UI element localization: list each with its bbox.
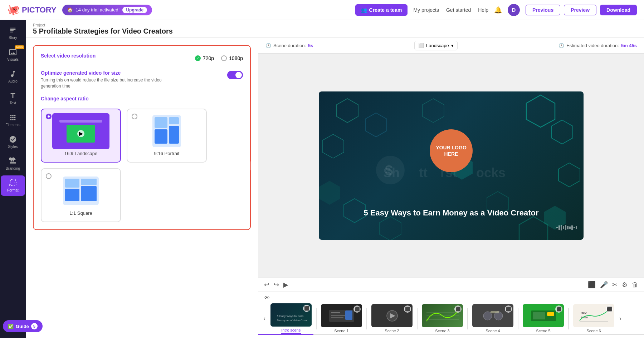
sidebar-item-audio-label: Audio (8, 79, 18, 83)
scene4-label: Scene 4 (486, 329, 500, 333)
sidebar-item-visuals-label: Visuals (7, 58, 19, 61)
svg-marker-0 (337, 99, 358, 123)
caption-icon[interactable]: ⬛ (588, 281, 596, 289)
svg-rect-35 (331, 317, 343, 318)
orientation-select[interactable]: ⬜ Landscape ▾ (414, 41, 458, 50)
optimize-toggle[interactable] (227, 71, 243, 79)
720p-label: 720p (203, 55, 214, 61)
svg-text:$: $ (385, 163, 393, 178)
sq-col-1 (65, 179, 79, 203)
portrait-col-2 (169, 117, 179, 145)
content-area: Project 5 Profitable Strategies for Vide… (26, 20, 644, 338)
aspect-card-square[interactable]: 1:1 Square (41, 168, 121, 222)
scene-thumb-4[interactable]: ⬛ Scene 4 (472, 304, 513, 333)
scene-thumb-2[interactable]: ⬛ Scene 2 (371, 304, 413, 333)
timeline-nav-left[interactable]: ‹ (261, 315, 268, 322)
svg-rect-48 (547, 312, 554, 316)
video-canvas: ‹ (258, 54, 644, 278)
scene-thumb-intro[interactable]: 5 Easy Ways to Earn Money as a Video Cre… (270, 303, 312, 334)
help-link[interactable]: Help (478, 7, 488, 13)
project-title: 5 Profitable Strategies for Video Creato… (33, 27, 637, 35)
scene-thumb-6[interactable]: Rev enue ⬛ Scene 6 (573, 304, 614, 333)
logo-text: PICTORY (22, 5, 57, 15)
mic-icon[interactable]: 🎤 (600, 281, 608, 289)
redo-icon[interactable]: ↪ (274, 281, 279, 289)
create-team-label: Create a team (369, 7, 402, 13)
project-breadcrumb: Project (33, 23, 637, 27)
separator-5 (568, 308, 569, 329)
scene-thumb-1[interactable]: ⬛ Scene 1 (321, 304, 362, 333)
right-panel: 🕐 Scene duration: 5s ⬜ Landscape ▾ 🕐 Est… (258, 38, 644, 338)
sidebar: Story Visuals NEW Audio Text Elements St… (0, 20, 26, 338)
trial-badge: 🏠 14 day trial activated! Upgrade (62, 5, 152, 15)
scene3-label: Scene 3 (435, 329, 449, 333)
undo-redo-controls: ↩ ↪ ▶ (264, 281, 288, 289)
scene-thumb-3[interactable]: ⬛ Scene 3 (422, 304, 463, 333)
eye-icon[interactable]: 👁 (264, 295, 270, 301)
prev-scene-arrow[interactable]: ‹ (241, 160, 253, 172)
notification-bell-icon[interactable]: 🔔 (494, 6, 502, 14)
scene-thumb-3-inner: ⬛ (422, 304, 463, 327)
clock-icon: 🕐 (265, 43, 271, 48)
my-projects-link[interactable]: My projects (413, 7, 439, 13)
logo-icon: 🐙 (7, 4, 20, 16)
square-preview-img (63, 177, 99, 205)
separator-1 (366, 308, 367, 329)
trash-icon[interactable]: 🗑 (632, 281, 638, 289)
scene-thumb-5[interactable]: ⬛ Scene 5 (523, 304, 564, 333)
svg-rect-45 (491, 311, 499, 313)
sidebar-item-format[interactable]: Format (1, 175, 25, 196)
svg-rect-26 (569, 227, 571, 229)
sidebar-item-elements[interactable]: Elements (1, 110, 25, 130)
scene-thumb-1-inner: ⬛ (321, 304, 362, 327)
sidebar-item-branding[interactable]: Branding (1, 154, 25, 174)
sidebar-item-styles[interactable]: Styles (1, 132, 25, 152)
square-preview (47, 175, 114, 207)
toggle-thumb (235, 72, 242, 78)
guide-button[interactable]: ✅ Guide 5 (3, 320, 43, 332)
get-started-link[interactable]: Get started (446, 7, 471, 13)
intro-overlay-icon[interactable]: ⬛ (303, 305, 310, 312)
scene-thumb-intro-inner: 5 Easy Ways to Earn Money as a Video Cre… (270, 303, 312, 327)
resolution-720p[interactable]: ✓ 720p (195, 55, 214, 61)
scene3-overlay-icon[interactable]: ⬛ (454, 305, 462, 313)
previous-button[interactable]: Previous (526, 5, 560, 15)
svg-rect-36 (345, 310, 352, 320)
play-icon[interactable]: ▶ (283, 281, 288, 289)
scene2-overlay-icon[interactable]: ⬛ (404, 305, 411, 313)
svg-rect-21 (558, 225, 560, 230)
sidebar-item-text[interactable]: Text (1, 88, 25, 109)
avatar[interactable]: D (508, 4, 520, 16)
scene4-overlay-icon[interactable]: ⬛ (505, 305, 512, 313)
sidebar-item-story[interactable]: Story (1, 23, 25, 43)
p-block-4 (169, 126, 179, 144)
timeline-track: ‹ 5 Easy Ways to Earn Money as a Video C… (258, 303, 644, 334)
settings-icon[interactable]: ⚙ (622, 281, 628, 289)
scene1-label: Scene 1 (334, 329, 348, 333)
team-icon: 👥 (361, 7, 367, 13)
upgrade-button[interactable]: Upgrade (122, 7, 147, 13)
undo-icon[interactable]: ↩ (264, 281, 269, 289)
square-radio (46, 173, 52, 179)
video-title: 5 Easy Ways to Earn Money as a Video Cre… (319, 208, 584, 218)
timeline-nav-right[interactable]: › (617, 315, 624, 322)
guide-check-icon: ✅ (8, 324, 14, 329)
scene5-overlay-icon[interactable]: ⬛ (555, 305, 562, 313)
sidebar-item-branding-label: Branding (6, 166, 20, 170)
create-team-button[interactable]: 👥 Create a team (355, 4, 408, 16)
scene1-overlay-icon[interactable]: ⬛ (353, 305, 361, 313)
download-button[interactable]: Download (600, 5, 637, 15)
sq-block-3 (81, 179, 97, 185)
sidebar-item-audio[interactable]: Audio (1, 66, 25, 87)
scene6-overlay-icon[interactable]: ⬛ (606, 305, 613, 313)
estimated-duration: 🕐 Estimated video duration: 5m 45s (558, 43, 637, 48)
change-aspect-ratio-link[interactable]: Change aspect ratio (41, 96, 243, 101)
aspect-card-portrait[interactable]: 9:16 Portrait (127, 109, 207, 163)
preview-button[interactable]: Preview (564, 5, 596, 15)
svg-marker-6 (519, 217, 548, 240)
cut-icon[interactable]: ✂ (612, 281, 618, 289)
resolution-options: ✓ 720p 1080p (195, 55, 243, 61)
header-nav: My projects Get started Help (413, 7, 488, 13)
aspect-card-landscape[interactable]: ▶ 16:9 Landscape (41, 109, 121, 163)
resolution-1080p[interactable]: 1080p (221, 55, 243, 61)
